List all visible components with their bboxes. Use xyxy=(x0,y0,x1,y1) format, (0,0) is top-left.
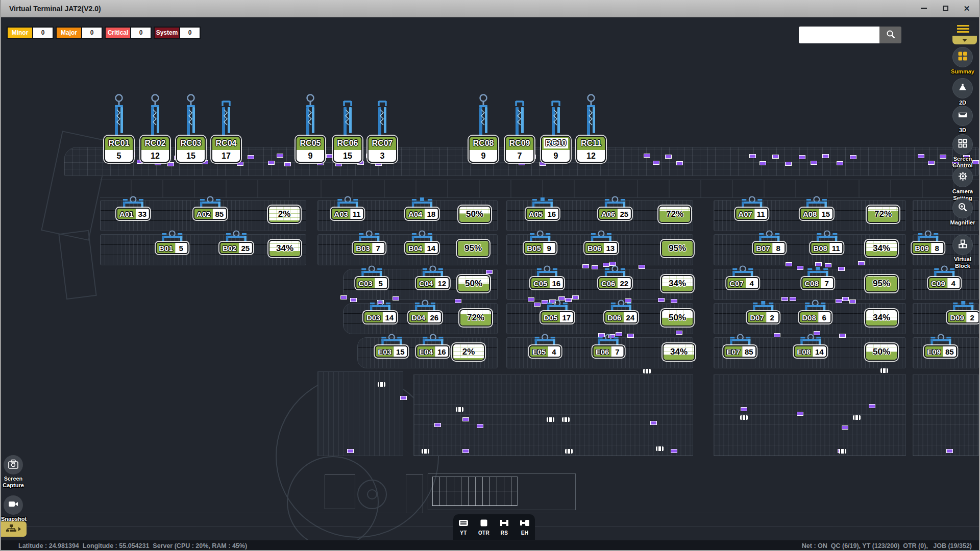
block-badge-D07[interactable]: D072 xyxy=(747,311,779,323)
block-badge-A03[interactable]: A0311 xyxy=(331,208,364,220)
screen-control-button[interactable] xyxy=(952,134,973,155)
crane-badge-RC10[interactable]: RC109 xyxy=(541,136,571,163)
block-badge-D03[interactable]: D0314 xyxy=(363,311,397,323)
crane-badge-RC01[interactable]: RC015 xyxy=(104,136,134,163)
crane-count: 15 xyxy=(177,150,205,162)
summary-button[interactable] xyxy=(952,47,973,67)
3d-button[interactable] xyxy=(952,106,973,126)
occupancy-badge-50%[interactable]: 50% xyxy=(458,206,491,223)
occupancy-badge-95%[interactable]: 95% xyxy=(457,240,489,257)
occupancy-badge-72%[interactable]: 72% xyxy=(867,206,899,223)
maximize-button[interactable] xyxy=(941,5,949,13)
occupancy-badge-34%[interactable]: 34% xyxy=(268,240,301,257)
block-badge-D06[interactable]: D0624 xyxy=(604,311,638,323)
block-id: E08 xyxy=(795,346,813,357)
block-badge-A06[interactable]: A0625 xyxy=(598,208,632,220)
block-badge-B04[interactable]: B0414 xyxy=(405,242,439,254)
crane-badge-RC02[interactable]: RC0212 xyxy=(140,136,170,163)
alarm-major[interactable]: Major0 xyxy=(56,27,103,39)
alarm-system[interactable]: System0 xyxy=(154,27,201,39)
2d-button[interactable] xyxy=(952,78,973,98)
block-badge-E04[interactable]: E0416 xyxy=(416,345,449,358)
minimize-button[interactable] xyxy=(920,5,928,13)
block-badge-B06[interactable]: B0613 xyxy=(584,242,618,254)
equipment-toolbar: YTOTRRSEH xyxy=(453,514,535,540)
magnifier-button[interactable] xyxy=(952,198,973,218)
block-badge-B02[interactable]: B0225 xyxy=(219,242,253,254)
block-badge-B01[interactable]: B015 xyxy=(156,242,188,254)
block-badge-A05[interactable]: A0516 xyxy=(526,208,559,220)
search-input[interactable] xyxy=(799,27,879,43)
block-badge-A04[interactable]: A0418 xyxy=(405,208,439,220)
alarm-count: 0 xyxy=(179,28,200,38)
block-badge-D05[interactable]: D0517 xyxy=(541,311,574,323)
main-menu-button[interactable] xyxy=(950,21,976,36)
block-badge-C08[interactable]: C087 xyxy=(801,277,834,289)
occupancy-badge-34%[interactable]: 34% xyxy=(663,343,695,361)
block-badge-A02[interactable]: A0285 xyxy=(193,208,227,220)
block-badge-B03[interactable]: B037 xyxy=(353,242,385,254)
block-badge-C07[interactable]: C074 xyxy=(726,277,759,289)
alarm-critical[interactable]: Critical0 xyxy=(105,27,152,39)
block-count: 15 xyxy=(394,346,407,357)
toolbar-otr-button[interactable]: OTR xyxy=(478,518,489,536)
screen-capture-button[interactable] xyxy=(4,455,23,474)
crane-badge-RC03[interactable]: RC0315 xyxy=(176,136,206,163)
block-badge-E08[interactable]: E0814 xyxy=(794,345,827,358)
camera-setting-button[interactable] xyxy=(952,167,973,187)
block-badge-E03[interactable]: E0315 xyxy=(375,345,408,358)
block-badge-E05[interactable]: E054 xyxy=(529,345,561,358)
occupancy-badge-50%[interactable]: 50% xyxy=(661,309,694,327)
crane-badge-RC07[interactable]: RC073 xyxy=(368,136,397,163)
crane-badge-RC11[interactable]: RC1112 xyxy=(576,136,606,163)
block-badge-C05[interactable]: C0516 xyxy=(530,277,564,289)
toolbar-rs-button[interactable]: RS xyxy=(499,518,510,536)
block-badge-C06[interactable]: C0622 xyxy=(598,277,632,289)
occupancy-badge-72%[interactable]: 72% xyxy=(459,309,492,327)
container-marker xyxy=(822,154,829,158)
crane-badge-RC08[interactable]: RC089 xyxy=(469,136,498,163)
crane-badge-RC06[interactable]: RC0615 xyxy=(333,136,362,163)
block-badge-C03[interactable]: C035 xyxy=(355,277,388,289)
block-badge-A01[interactable]: A0133 xyxy=(116,208,150,220)
occupancy-badge-95%[interactable]: 95% xyxy=(865,275,898,292)
block-badge-D08[interactable]: D086 xyxy=(799,311,831,323)
block-badge-A08[interactable]: A0815 xyxy=(800,208,834,220)
block-badge-E06[interactable]: E067 xyxy=(593,345,625,358)
toolbar-yt-button[interactable]: YT xyxy=(458,518,469,536)
block-badge-D09[interactable]: D092 xyxy=(947,311,979,323)
block-badge-C09[interactable]: C094 xyxy=(928,277,961,289)
occupancy-badge-2%[interactable]: 2% xyxy=(452,343,485,361)
close-button[interactable]: ✕ xyxy=(963,5,971,13)
occupancy-badge-34%[interactable]: 34% xyxy=(865,309,898,327)
occupancy-badge-95%[interactable]: 95% xyxy=(661,240,694,257)
block-badge-B08[interactable]: B0811 xyxy=(810,242,843,254)
virtual-block-button[interactable] xyxy=(952,235,973,255)
alarm-minor[interactable]: Minor0 xyxy=(7,27,54,39)
block-badge-B05[interactable]: B059 xyxy=(524,242,556,254)
yard-block-B08: B0811 xyxy=(810,229,843,254)
snapshot-button[interactable] xyxy=(4,495,23,515)
crane-badge-RC04[interactable]: RC0417 xyxy=(211,136,241,163)
occupancy-badge-72%[interactable]: 72% xyxy=(658,206,691,223)
block-badge-A07[interactable]: A0711 xyxy=(735,208,768,220)
occupancy-badge-50%[interactable]: 50% xyxy=(865,343,898,361)
block-badge-B09[interactable]: B098 xyxy=(912,242,944,254)
layout-corner-tab[interactable] xyxy=(0,521,27,537)
block-badge-E09[interactable]: E0985 xyxy=(924,345,957,358)
map-canvas[interactable]: RC015RC0212RC0315RC0417RC059RC0615RC073R… xyxy=(0,17,980,540)
crane-badge-RC05[interactable]: RC059 xyxy=(296,136,325,163)
occupancy-badge-50%[interactable]: 50% xyxy=(457,275,490,292)
search-button[interactable] xyxy=(879,27,901,43)
crane-badge-RC09[interactable]: RC097 xyxy=(505,136,534,163)
menu-collapse-tab[interactable] xyxy=(952,36,977,44)
occupancy-badge-34%[interactable]: 34% xyxy=(661,275,694,292)
block-badge-B07[interactable]: B078 xyxy=(753,242,786,254)
block-badge-C04[interactable]: C0412 xyxy=(416,277,450,289)
occupancy-badge-34%[interactable]: 34% xyxy=(865,240,898,257)
block-badge-D04[interactable]: D0426 xyxy=(408,311,442,323)
block-badge-E07[interactable]: E0785 xyxy=(723,345,756,358)
quay-crane-RC04: RC0417 xyxy=(211,93,241,163)
occupancy-badge-2%[interactable]: 2% xyxy=(268,206,301,223)
toolbar-eh-button[interactable]: EH xyxy=(519,518,530,536)
